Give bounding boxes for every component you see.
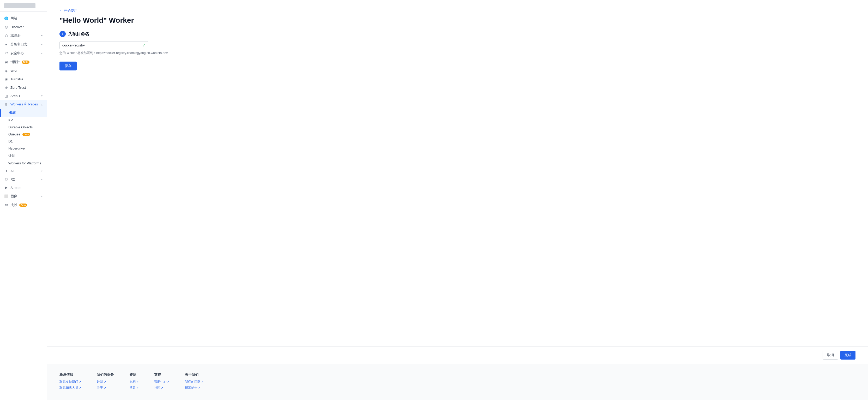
sidebar-item-trace[interactable]: "跟踪" Beta <box>0 58 47 66</box>
sidebar-item-zerotrust[interactable]: Zero Trust <box>0 83 47 92</box>
footer-col-contact: 联系信息 联系支持部门 联系销售人员 <box>59 372 81 392</box>
security-icon <box>4 51 8 55</box>
sidebar-item-label: 图像 <box>10 194 17 198</box>
footer-link[interactable]: 招募纳士 <box>185 386 204 390</box>
r2-icon <box>4 177 8 181</box>
waf-icon <box>4 69 8 73</box>
sidebar-item-waf[interactable]: WAF <box>0 66 47 75</box>
ai-icon <box>4 169 8 173</box>
sidebar-item-discover[interactable]: Discover <box>0 23 47 31</box>
footer-link[interactable]: 博客 <box>129 386 138 390</box>
sidebar-nav: 网站 Discover 域注册 ▾ 分析和日志 ▾ 安全中心 ▾ "跟踪" Be… <box>0 12 47 400</box>
footer-col-title: 资源 <box>129 372 138 377</box>
chevron-down-icon: ▾ <box>41 178 42 181</box>
sidebar-subitem-durable-objects[interactable]: Durable Objects <box>0 124 47 131</box>
chevron-down-icon: ▾ <box>41 52 42 55</box>
sidebar-item-area1[interactable]: Area 1 ▾ <box>0 92 47 100</box>
sidebar-subitem-overview[interactable]: 概述 <box>0 109 47 117</box>
footer-link[interactable]: 社区 <box>154 386 169 390</box>
beta-badge: Beta <box>19 204 27 207</box>
project-name-input[interactable] <box>59 41 148 49</box>
sidebar-item-label: R2 <box>10 178 15 181</box>
sidebar-item-label: "跟踪" <box>10 60 20 64</box>
sidebar-subitem-kv[interactable]: KV <box>0 117 47 124</box>
footer-link[interactable]: 我们的团队 <box>185 380 204 384</box>
footer-col-title: 支持 <box>154 372 169 377</box>
area-icon <box>4 94 8 98</box>
sidebar-item-domain[interactable]: 域注册 ▾ <box>0 31 47 40</box>
sidebar-item-turnstile[interactable]: Turnstile <box>0 75 47 83</box>
email-icon <box>4 203 8 207</box>
complete-button[interactable]: 完成 <box>840 351 856 360</box>
footer-col-title: 联系信息 <box>59 372 81 377</box>
chevron-down-icon: ▾ <box>41 170 42 173</box>
sidebar-item-label: Stream <box>10 186 21 190</box>
main-body: ← 开始使用 "Hello World" Worker 1 为项目命名 ✓ 您的… <box>47 0 282 346</box>
sidebar-subitem-workers-platforms[interactable]: Workers for Platforms <box>0 160 47 167</box>
sidebar-item-ai[interactable]: AI ▾ <box>0 167 47 175</box>
sidebar-item-label: 成以 <box>10 203 17 208</box>
sidebar-item-images[interactable]: 图像 ▾ <box>0 192 47 201</box>
footer-link[interactable]: 帮助中心 <box>154 380 169 384</box>
step-title: 为项目命名 <box>68 31 89 37</box>
sidebar-item-security[interactable]: 安全中心 ▾ <box>0 49 47 58</box>
footer-link[interactable]: 联系支持部门 <box>59 380 81 384</box>
sidebar-item-label: 域注册 <box>10 33 21 38</box>
footer-link[interactable]: 联系销售人员 <box>59 386 81 390</box>
discover-icon <box>4 25 8 29</box>
beta-badge: Beta <box>23 133 30 136</box>
sub-item-label: Workers for Platforms <box>8 161 41 165</box>
sidebar-item-analytics[interactable]: 分析和日志 ▾ <box>0 40 47 49</box>
sub-item-label: Hyperdrive <box>8 146 25 150</box>
stream-icon <box>4 186 8 190</box>
analytics-icon <box>4 42 8 47</box>
sidebar-item-label: AI <box>10 169 13 173</box>
sub-item-label: 计划 <box>8 153 15 158</box>
sub-item-label: 概述 <box>9 111 16 115</box>
footer-link[interactable]: 文档 <box>129 380 138 384</box>
sidebar-subitem-d1[interactable]: D1 <box>0 138 47 145</box>
chevron-down-icon: ▾ <box>41 43 42 46</box>
footer-link[interactable]: 关于 <box>97 386 114 390</box>
chevron-down-icon: ▾ <box>41 94 42 97</box>
main-content: ← 开始使用 "Hello World" Worker 1 为项目命名 ✓ 您的… <box>47 0 868 400</box>
sidebar-subitem-plan[interactable]: 计划 <box>0 152 47 160</box>
chevron-down-icon: ▾ <box>41 34 42 37</box>
beta-badge: Beta <box>22 61 29 64</box>
check-icon: ✓ <box>143 43 146 48</box>
sidebar-item-label: Zero Trust <box>10 86 26 90</box>
sidebar-item-r2[interactable]: R2 ▾ <box>0 175 47 183</box>
footer-col-resources: 资源 文档 博客 <box>129 372 138 392</box>
page-title: "Hello World" Worker <box>59 16 269 25</box>
save-button[interactable]: 保存 <box>59 62 77 70</box>
divider <box>59 79 269 79</box>
sidebar-subitem-hyperdrive[interactable]: Hyperdrive <box>0 145 47 152</box>
sidebar-item-label: Area 1 <box>10 94 20 98</box>
globe-icon <box>4 16 8 20</box>
footer-col-support: 支持 帮助中心 社区 <box>154 372 169 392</box>
sidebar-item-label: 网站 <box>10 16 17 21</box>
trace-icon <box>4 60 8 64</box>
footer-grid: 联系信息 联系支持部门 联系销售人员 我们的业务 计划 关于 资源 文档 博客 … <box>59 372 856 392</box>
cancel-button[interactable]: 取消 <box>823 351 838 360</box>
chevron-down-icon: ▾ <box>41 195 42 198</box>
footer-link[interactable]: 计划 <box>97 380 114 384</box>
images-icon <box>4 194 8 198</box>
sidebar-item-email[interactable]: 成以 Beta <box>0 201 47 210</box>
sidebar-item-website[interactable]: 网站 <box>0 14 47 23</box>
footer-col-title: 关于我们 <box>185 372 204 377</box>
sub-item-label: D1 <box>8 139 13 143</box>
sidebar-subitem-queues[interactable]: Queues Beta <box>0 131 47 138</box>
project-name-input-group: ✓ 您的 Worker 将被部署到：https://docker-registr… <box>59 41 269 55</box>
back-link[interactable]: ← 开始使用 <box>59 8 78 13</box>
sidebar-item-workers[interactable]: Workers 和 Pages ▴ <box>0 100 47 109</box>
sidebar-logo <box>0 0 47 12</box>
sidebar-item-label: 安全中心 <box>10 51 24 56</box>
workers-icon <box>4 102 8 106</box>
project-name-hint: 您的 Worker 将被部署到：https://docker-registry.… <box>59 51 269 55</box>
logo-image <box>4 3 35 8</box>
sidebar-item-label: 分析和日志 <box>10 42 27 47</box>
sidebar-item-label: Turnstile <box>10 77 23 81</box>
sub-item-label: Durable Objects <box>8 125 33 129</box>
sidebar-item-stream[interactable]: Stream <box>0 183 47 192</box>
